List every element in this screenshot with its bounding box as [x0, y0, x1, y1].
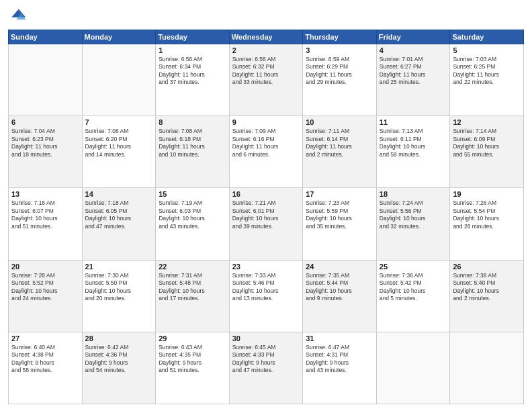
day-info: Sunrise: 7:26 AM Sunset: 5:54 PM Dayligh… — [453, 199, 521, 230]
calendar-day-cell: 15Sunrise: 7:19 AM Sunset: 6:03 PM Dayli… — [156, 188, 230, 260]
day-number: 18 — [380, 190, 447, 198]
day-number: 25 — [380, 263, 447, 271]
calendar-day-cell: 16Sunrise: 7:21 AM Sunset: 6:01 PM Dayli… — [229, 188, 303, 260]
calendar-day-cell: 20Sunrise: 7:28 AM Sunset: 5:52 PM Dayli… — [9, 260, 83, 332]
day-info: Sunrise: 7:04 AM Sunset: 6:23 PM Dayligh… — [11, 128, 79, 158]
day-number: 2 — [232, 46, 300, 54]
day-number: 7 — [85, 118, 153, 126]
calendar-day-cell: 13Sunrise: 7:16 AM Sunset: 6:07 PM Dayli… — [9, 188, 83, 260]
day-number: 6 — [11, 118, 79, 126]
day-info: Sunrise: 7:16 AM Sunset: 6:07 PM Dayligh… — [11, 199, 79, 230]
calendar-week-row: 27Sunrise: 6:40 AM Sunset: 4:38 PM Dayli… — [9, 332, 524, 404]
day-info: Sunrise: 7:13 AM Sunset: 6:11 PM Dayligh… — [380, 128, 447, 158]
day-info: Sunrise: 7:18 AM Sunset: 6:05 PM Dayligh… — [85, 199, 153, 230]
calendar-day-cell: 29Sunrise: 6:43 AM Sunset: 4:35 PM Dayli… — [156, 332, 230, 404]
day-number: 16 — [232, 190, 300, 198]
calendar-day-cell — [376, 332, 450, 404]
day-info: Sunrise: 7:38 AM Sunset: 5:40 PM Dayligh… — [453, 272, 521, 303]
day-number: 24 — [306, 263, 373, 271]
calendar-day-cell: 3Sunrise: 6:59 AM Sunset: 6:29 PM Daylig… — [303, 44, 377, 116]
calendar-day-cell: 7Sunrise: 7:06 AM Sunset: 6:20 PM Daylig… — [82, 116, 156, 188]
day-header: Saturday — [450, 30, 524, 44]
day-number: 31 — [306, 334, 373, 342]
day-number: 23 — [232, 263, 300, 271]
calendar-day-cell — [82, 44, 156, 116]
day-info: Sunrise: 7:30 AM Sunset: 5:50 PM Dayligh… — [85, 272, 153, 303]
calendar-week-row: 6Sunrise: 7:04 AM Sunset: 6:23 PM Daylig… — [9, 116, 524, 188]
calendar-day-cell: 21Sunrise: 7:30 AM Sunset: 5:50 PM Dayli… — [82, 260, 156, 332]
logo — [8, 7, 30, 26]
calendar-day-cell: 2Sunrise: 6:58 AM Sunset: 6:32 PM Daylig… — [229, 44, 303, 116]
day-info: Sunrise: 7:06 AM Sunset: 6:20 PM Dayligh… — [85, 128, 153, 158]
day-number: 29 — [159, 334, 226, 342]
day-header: Monday — [82, 30, 156, 44]
day-number: 14 — [85, 190, 153, 198]
calendar-header-row: SundayMondayTuesdayWednesdayThursdayFrid… — [9, 30, 524, 44]
calendar-day-cell: 18Sunrise: 7:24 AM Sunset: 5:56 PM Dayli… — [376, 188, 450, 260]
calendar-day-cell: 28Sunrise: 6:42 AM Sunset: 4:36 PM Dayli… — [82, 332, 156, 404]
day-info: Sunrise: 6:59 AM Sunset: 6:29 PM Dayligh… — [306, 56, 373, 87]
day-number: 4 — [380, 46, 447, 54]
calendar-day-cell: 25Sunrise: 7:36 AM Sunset: 5:42 PM Dayli… — [376, 260, 450, 332]
day-number: 30 — [232, 334, 300, 342]
day-info: Sunrise: 7:14 AM Sunset: 6:09 PM Dayligh… — [453, 128, 521, 158]
day-number: 1 — [159, 46, 226, 54]
calendar-day-cell: 22Sunrise: 7:31 AM Sunset: 5:48 PM Dayli… — [156, 260, 230, 332]
day-number: 10 — [306, 118, 373, 126]
day-info: Sunrise: 6:42 AM Sunset: 4:36 PM Dayligh… — [85, 344, 153, 375]
day-info: Sunrise: 7:35 AM Sunset: 5:44 PM Dayligh… — [306, 272, 373, 303]
day-info: Sunrise: 7:08 AM Sunset: 6:18 PM Dayligh… — [159, 128, 226, 158]
day-number: 9 — [232, 118, 300, 126]
day-number: 20 — [11, 263, 79, 271]
day-info: Sunrise: 6:45 AM Sunset: 4:33 PM Dayligh… — [232, 344, 300, 375]
day-info: Sunrise: 6:47 AM Sunset: 4:31 PM Dayligh… — [306, 344, 373, 375]
calendar-day-cell: 24Sunrise: 7:35 AM Sunset: 5:44 PM Dayli… — [303, 260, 377, 332]
day-number: 27 — [11, 334, 79, 342]
calendar-day-cell: 26Sunrise: 7:38 AM Sunset: 5:40 PM Dayli… — [450, 260, 524, 332]
calendar-day-cell: 5Sunrise: 7:03 AM Sunset: 6:25 PM Daylig… — [450, 44, 524, 116]
day-info: Sunrise: 7:19 AM Sunset: 6:03 PM Dayligh… — [159, 199, 226, 230]
calendar-day-cell — [9, 44, 83, 116]
day-number: 8 — [159, 118, 226, 126]
calendar-day-cell: 10Sunrise: 7:11 AM Sunset: 6:14 PM Dayli… — [303, 116, 377, 188]
day-header: Wednesday — [229, 30, 303, 44]
calendar-day-cell: 19Sunrise: 7:26 AM Sunset: 5:54 PM Dayli… — [450, 188, 524, 260]
day-number: 11 — [380, 118, 447, 126]
day-number: 3 — [306, 46, 373, 54]
calendar-day-cell: 27Sunrise: 6:40 AM Sunset: 4:38 PM Dayli… — [9, 332, 83, 404]
calendar-week-row: 1Sunrise: 6:56 AM Sunset: 6:34 PM Daylig… — [9, 44, 524, 116]
day-number: 28 — [85, 334, 153, 342]
calendar-day-cell: 31Sunrise: 6:47 AM Sunset: 4:31 PM Dayli… — [303, 332, 377, 404]
calendar-day-cell: 4Sunrise: 7:01 AM Sunset: 6:27 PM Daylig… — [376, 44, 450, 116]
day-number: 22 — [159, 263, 226, 271]
day-info: Sunrise: 6:56 AM Sunset: 6:34 PM Dayligh… — [159, 56, 226, 87]
calendar-day-cell: 6Sunrise: 7:04 AM Sunset: 6:23 PM Daylig… — [9, 116, 83, 188]
day-header: Thursday — [303, 30, 377, 44]
day-number: 5 — [453, 46, 521, 54]
page: SundayMondayTuesdayWednesdayThursdayFrid… — [0, 0, 532, 411]
day-info: Sunrise: 7:24 AM Sunset: 5:56 PM Dayligh… — [380, 199, 447, 230]
day-info: Sunrise: 7:21 AM Sunset: 6:01 PM Dayligh… — [232, 199, 300, 230]
day-header: Sunday — [9, 30, 83, 44]
calendar-day-cell: 1Sunrise: 6:56 AM Sunset: 6:34 PM Daylig… — [156, 44, 230, 116]
calendar-table: SundayMondayTuesdayWednesdayThursdayFrid… — [8, 30, 524, 404]
calendar-day-cell: 8Sunrise: 7:08 AM Sunset: 6:18 PM Daylig… — [156, 116, 230, 188]
day-number: 21 — [85, 263, 153, 271]
day-info: Sunrise: 7:03 AM Sunset: 6:25 PM Dayligh… — [453, 56, 521, 87]
calendar-day-cell: 12Sunrise: 7:14 AM Sunset: 6:09 PM Dayli… — [450, 116, 524, 188]
day-number: 15 — [159, 190, 226, 198]
calendar-day-cell — [450, 332, 524, 404]
calendar-day-cell: 11Sunrise: 7:13 AM Sunset: 6:11 PM Dayli… — [376, 116, 450, 188]
day-info: Sunrise: 6:43 AM Sunset: 4:35 PM Dayligh… — [159, 344, 226, 375]
calendar-day-cell: 9Sunrise: 7:09 AM Sunset: 6:16 PM Daylig… — [229, 116, 303, 188]
day-header: Friday — [376, 30, 450, 44]
calendar-week-row: 13Sunrise: 7:16 AM Sunset: 6:07 PM Dayli… — [9, 188, 524, 260]
day-info: Sunrise: 7:23 AM Sunset: 5:59 PM Dayligh… — [306, 199, 373, 230]
day-header: Tuesday — [156, 30, 230, 44]
calendar-day-cell: 14Sunrise: 7:18 AM Sunset: 6:05 PM Dayli… — [82, 188, 156, 260]
day-info: Sunrise: 6:58 AM Sunset: 6:32 PM Dayligh… — [232, 56, 300, 87]
day-number: 12 — [453, 118, 521, 126]
day-info: Sunrise: 7:36 AM Sunset: 5:42 PM Dayligh… — [380, 272, 447, 303]
day-number: 13 — [11, 190, 79, 198]
logo-icon — [8, 7, 27, 26]
